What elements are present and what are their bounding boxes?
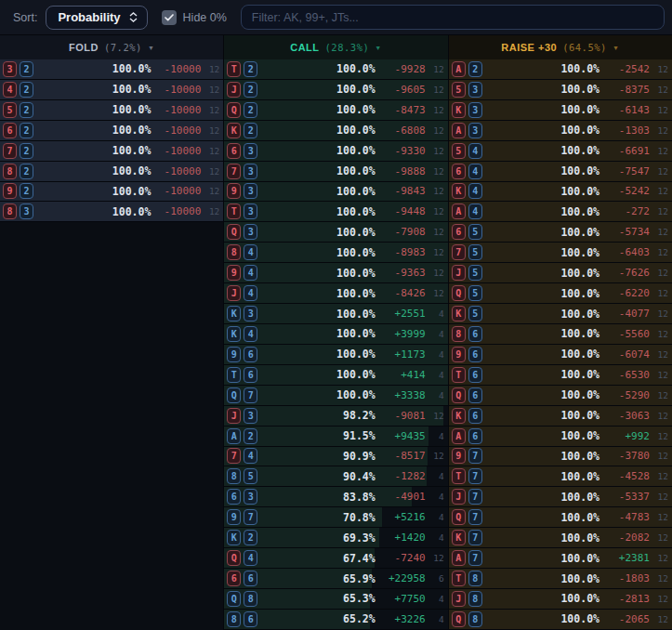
hand-row[interactable]: K269.3%+14204 xyxy=(224,528,447,548)
hand-row[interactable]: T2100.0%-992812 xyxy=(224,59,447,80)
ev-value: -1282 xyxy=(376,470,426,482)
hand-row[interactable]: 93100.0%-984312 xyxy=(224,182,447,203)
sort-label: Sort: xyxy=(13,11,37,24)
card-rank-badge: J xyxy=(227,285,241,301)
card-rank-badge: 6 xyxy=(3,123,17,138)
hand-row[interactable]: A291.5%+94354 xyxy=(224,427,447,447)
hand-row[interactable]: 84100.0%-898312 xyxy=(224,243,447,263)
hand-row[interactable]: Q7100.0%+33384 xyxy=(224,386,447,406)
hand-row[interactable]: A7100.0%+238112 xyxy=(449,548,672,569)
probability-value: 65.2% xyxy=(343,612,376,625)
hand-row[interactable]: 65100.0%-573412 xyxy=(449,222,672,243)
hand-row[interactable]: Q3100.0%-790812 xyxy=(224,222,447,243)
sort-select[interactable]: Probability xyxy=(46,6,147,30)
hand-row[interactable]: 53100.0%-837512 xyxy=(449,80,672,100)
hand-row[interactable]: Q5100.0%-622012 xyxy=(449,283,672,304)
hand-row[interactable]: 96100.0%+11734 xyxy=(224,345,447,365)
card-rank-badge: 2 xyxy=(244,123,257,138)
ev-value: -6074 xyxy=(600,348,650,361)
hand-row[interactable]: J5100.0%-762612 xyxy=(449,263,672,283)
hand-row[interactable]: K6100.0%-306312 xyxy=(449,406,672,427)
ev-value: -4077 xyxy=(600,308,650,320)
hand-row[interactable]: T6100.0%+4144 xyxy=(224,365,447,386)
card-rank-badge: 8 xyxy=(452,326,466,342)
probability-value: 100.0% xyxy=(336,246,376,259)
hand-row[interactable]: 8665.2%+32264 xyxy=(224,610,447,630)
hand-row[interactable]: K7100.0%-208212 xyxy=(449,528,672,548)
hand-row[interactable]: 73100.0%-988812 xyxy=(224,162,447,182)
hand-row[interactable]: J398.2%-908112 xyxy=(224,406,447,427)
fold-column-header[interactable]: FOLD (7.2%) ▼ xyxy=(0,35,223,59)
card-rank-badge: 9 xyxy=(227,265,241,281)
hand-row[interactable]: J4100.0%-842612 xyxy=(224,283,447,304)
ev-value: -9888 xyxy=(376,165,426,177)
hand-row[interactable]: J8100.0%-281312 xyxy=(449,589,672,610)
ev-value: -9363 xyxy=(376,267,426,279)
card-rank-badge: 3 xyxy=(244,143,257,159)
ev-value: -9843 xyxy=(376,185,426,197)
hand-row[interactable]: 52100.0%-1000012 xyxy=(0,100,223,121)
hand-row[interactable]: T3100.0%-944812 xyxy=(224,202,447,222)
hand-row[interactable]: 42100.0%-1000012 xyxy=(0,80,223,100)
hand-row[interactable]: 7490.9%-851712 xyxy=(224,447,447,467)
ev-value: +9435 xyxy=(376,430,426,442)
hand-row[interactable]: 64100.0%-754712 xyxy=(449,162,672,182)
hand-row[interactable]: 9770.8%+52164 xyxy=(224,507,447,528)
hand-row[interactable]: J2100.0%-960512 xyxy=(224,80,447,100)
raise-frequency: (64.5%) xyxy=(562,42,607,53)
hand-row[interactable]: K5100.0%-407712 xyxy=(449,304,672,324)
call-column-header[interactable]: CALL (28.3%) ▼ xyxy=(224,35,447,59)
hand-row[interactable]: 63100.0%-933012 xyxy=(224,141,447,162)
hand-row[interactable]: K3100.0%+25514 xyxy=(224,304,447,324)
hand-row[interactable]: 72100.0%-1000012 xyxy=(0,141,223,162)
hand-row[interactable]: 75100.0%-640312 xyxy=(449,243,672,263)
card-rank-badge: 7 xyxy=(468,468,482,484)
hand-row[interactable]: A4100.0%-27212 xyxy=(449,202,672,222)
hand-row[interactable]: Q467.4%-724012 xyxy=(224,548,447,569)
hand-row[interactable]: 83100.0%-1000012 xyxy=(0,202,223,222)
ev-value: -10000 xyxy=(151,185,201,197)
combo-count: 12 xyxy=(650,308,668,319)
hand-row[interactable]: T7100.0%-452812 xyxy=(449,466,672,487)
hand-row[interactable]: K2100.0%-680812 xyxy=(224,121,447,141)
hand-row[interactable]: 92100.0%-1000012 xyxy=(0,182,223,203)
hand-row[interactable]: 6383.8%-49014 xyxy=(224,487,447,507)
hide-zero-toggle[interactable]: Hide 0% xyxy=(162,10,227,25)
hand-row[interactable]: 6665.9%+229586 xyxy=(224,569,447,589)
hand-row[interactable]: 97100.0%-378012 xyxy=(449,447,672,467)
filter-input[interactable] xyxy=(241,5,665,30)
hand-row[interactable]: 8590.4%-12824 xyxy=(224,466,447,487)
hand-row[interactable]: A2100.0%-254212 xyxy=(449,59,672,80)
hand-row[interactable]: 32100.0%-1000012 xyxy=(0,59,223,80)
ev-value: -6808 xyxy=(376,125,426,137)
hand-row[interactable]: K4100.0%+39994 xyxy=(224,324,447,345)
hand-row[interactable]: K3100.0%-614312 xyxy=(449,100,672,121)
card-rank-badge: 5 xyxy=(468,244,482,260)
card-rank-badge: 7 xyxy=(468,530,482,545)
hand-row[interactable]: A3100.0%-130312 xyxy=(449,121,672,141)
hand-row[interactable]: 94100.0%-936312 xyxy=(224,263,447,283)
hand-row[interactable]: Q7100.0%-478312 xyxy=(449,507,672,528)
hand-row[interactable]: 86100.0%-556012 xyxy=(449,324,672,345)
hand-row[interactable]: 62100.0%-1000012 xyxy=(0,121,223,141)
hand-row[interactable]: Q6100.0%-529012 xyxy=(449,386,672,406)
hand-row[interactable]: Q2100.0%-847312 xyxy=(224,100,447,121)
combo-count: 12 xyxy=(650,85,668,95)
hand-row[interactable]: K4100.0%-524212 xyxy=(449,182,672,203)
hand-row[interactable]: 54100.0%-669112 xyxy=(449,141,672,162)
probability-value: 100.0% xyxy=(112,164,152,177)
raise-column-header[interactable]: RAISE +30 (64.5%) ▼ xyxy=(449,35,672,59)
probability-value: 65.9% xyxy=(343,572,376,585)
card-rank-badge: 8 xyxy=(227,244,241,260)
hand-row[interactable]: 96100.0%-607412 xyxy=(449,345,672,365)
hand-row[interactable]: Q8100.0%-206512 xyxy=(449,610,672,630)
hand-row[interactable]: T6100.0%-653012 xyxy=(449,365,672,386)
hand-row[interactable]: J7100.0%-533712 xyxy=(449,487,672,507)
combo-count: 12 xyxy=(426,206,444,217)
chevron-updown-icon xyxy=(129,12,138,22)
ev-value: -272 xyxy=(600,205,650,217)
hand-row[interactable]: T8100.0%-180312 xyxy=(449,569,672,589)
hand-row[interactable]: 82100.0%-1000012 xyxy=(0,162,223,182)
hand-row[interactable]: A6100.0%+99212 xyxy=(449,427,672,447)
hand-row[interactable]: Q865.3%+77504 xyxy=(224,589,447,610)
